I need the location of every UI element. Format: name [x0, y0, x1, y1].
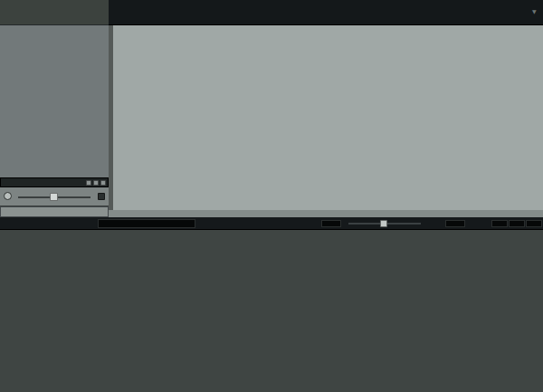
envelope-bypass-button[interactable] — [98, 193, 105, 200]
selection-end[interactable] — [509, 220, 525, 227]
envelope-panel — [0, 187, 109, 206]
fx-chain-bar[interactable] — [0, 177, 109, 187]
ruler-collapse-icon[interactable]: ▼ — [532, 8, 537, 14]
transport-bar — [0, 217, 543, 230]
fx-float-button[interactable] — [93, 180, 99, 186]
track-row-drum[interactable] — [0, 206, 109, 217]
fx-close-button[interactable] — [100, 180, 106, 186]
rate-slider-thumb[interactable] — [380, 220, 387, 227]
mixer-panel — [0, 230, 543, 392]
bpm-value[interactable] — [445, 220, 465, 227]
daw-window: ▼ — [0, 0, 543, 392]
arrange-view[interactable] — [113, 25, 543, 210]
rate-value[interactable] — [321, 220, 341, 227]
fx-ui-button[interactable] — [86, 180, 91, 186]
envelope-knob[interactable] — [4, 192, 12, 200]
main-toolbar — [0, 0, 109, 25]
selection-length[interactable] — [526, 220, 542, 227]
timeline-ruler[interactable] — [109, 0, 543, 25]
transport-time-display[interactable] — [98, 219, 195, 228]
selection-start[interactable] — [491, 220, 508, 227]
arrange-footer — [109, 210, 543, 217]
tcp-arrange-divider[interactable] — [109, 25, 113, 210]
envelope-slider-thumb[interactable] — [50, 193, 58, 201]
